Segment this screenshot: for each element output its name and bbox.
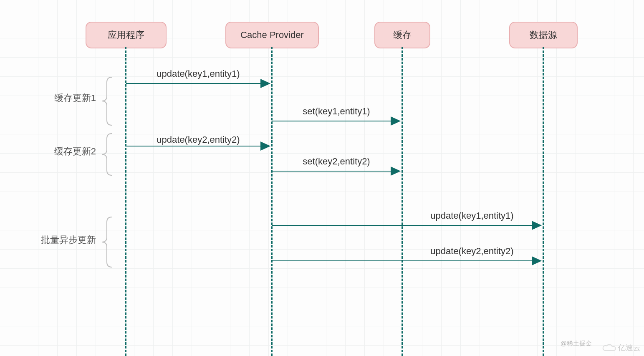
bracket-g2: [102, 134, 112, 175]
participant-cache-label: 缓存: [393, 29, 412, 41]
label-m5: update(key1,entity1): [430, 210, 513, 221]
participant-app: 应用程序: [86, 22, 167, 48]
group-label-g3: 批量异步更新: [27, 234, 96, 246]
participant-cache: 缓存: [374, 22, 430, 48]
participant-cache-provider: Cache Provider: [225, 22, 319, 48]
arrows-layer: [0, 0, 644, 356]
bracket-g3: [102, 217, 112, 267]
watermark-yisuyun: 亿速云: [601, 343, 641, 353]
label-m3: update(key2,entity2): [157, 134, 240, 145]
bracket-g1: [102, 77, 112, 125]
lifeline-prov: [271, 47, 273, 356]
watermark-yisuyun-text: 亿速云: [618, 343, 641, 353]
participant-datasource: 数据源: [509, 22, 578, 48]
participant-prov-label: Cache Provider: [240, 30, 304, 40]
lifeline-cache: [402, 47, 403, 356]
label-m1: update(key1,entity1): [157, 68, 240, 79]
lifeline-db: [543, 47, 544, 356]
watermark-juejin: @稀土掘金: [561, 340, 592, 348]
label-m4: set(key2,entity2): [303, 156, 370, 167]
label-m2: set(key1,entity1): [303, 106, 370, 117]
group-label-g1: 缓存更新1: [42, 92, 96, 104]
participant-db-label: 数据源: [530, 29, 557, 41]
lifeline-app: [125, 47, 126, 356]
label-m6: update(key2,entity2): [430, 246, 513, 257]
group-label-g2: 缓存更新2: [42, 145, 96, 158]
cloud-icon: [601, 343, 616, 352]
participant-app-label: 应用程序: [108, 29, 144, 41]
diagram-stage: 应用程序 Cache Provider 缓存 数据源: [0, 0, 644, 356]
